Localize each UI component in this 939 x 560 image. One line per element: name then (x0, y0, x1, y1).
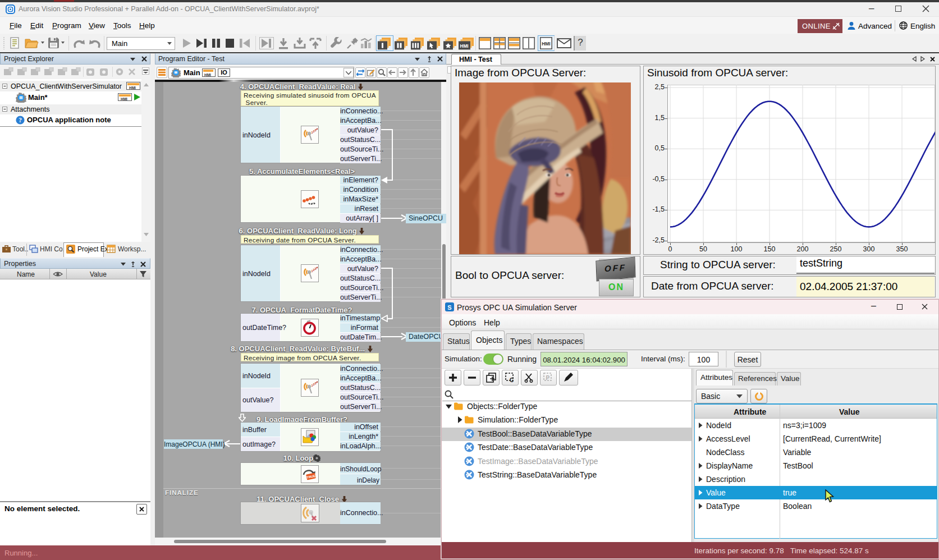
svg-text:3: 3 (315, 128, 317, 132)
svg-text:P: P (546, 375, 550, 381)
svg-text:HMI: HMI (542, 41, 550, 47)
svg-text:?: ? (19, 117, 22, 123)
svg-text:3: 3 (315, 382, 317, 385)
svg-text:C: C (510, 377, 514, 383)
svg-text:S: S (447, 304, 451, 311)
svg-text:HMI: HMI (460, 44, 468, 49)
svg-text:3: 3 (315, 267, 317, 270)
